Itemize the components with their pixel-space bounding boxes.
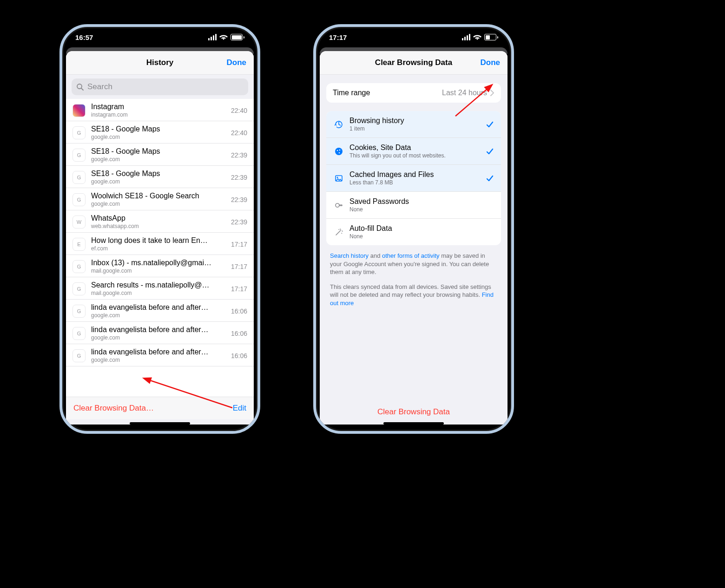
history-title: Inbox (13) - ms.nataliepolly@gmai… (91, 259, 225, 267)
history-time: 22:39 (231, 196, 247, 203)
history-time: 16:06 (231, 330, 247, 337)
cookie-icon (333, 147, 345, 156)
clear-browsing-data-button[interactable]: Clear Browsing Data (320, 399, 508, 419)
history-domain: mail.google.com (91, 290, 225, 296)
option-sub: None (349, 206, 409, 213)
edit-button[interactable]: Edit (233, 404, 246, 413)
nav-title: History (146, 58, 174, 67)
history-domain: web.whatsapp.com (91, 223, 225, 229)
other-activity-link[interactable]: other forms of activity (382, 252, 440, 259)
instagram-icon (72, 104, 86, 117)
site-letter-icon: G (72, 171, 86, 184)
option-title: Cached Images and Files (349, 170, 434, 179)
status-bar: 16:57 (62, 27, 257, 47)
history-time: 17:17 (231, 285, 247, 293)
done-button[interactable]: Done (227, 58, 247, 67)
status-time: 17:17 (329, 33, 347, 41)
history-domain: mail.google.com (91, 268, 225, 274)
history-row[interactable]: Glinda evangelista before and after…goog… (66, 322, 254, 344)
history-title: SE18 - Google Maps (91, 170, 225, 178)
history-row[interactable]: GSE18 - Google Mapsgoogle.com22:40 (66, 121, 254, 144)
history-domain: google.com (91, 334, 225, 341)
data-type-cell[interactable]: Browsing history1 item (326, 111, 501, 138)
history-row[interactable]: Instagraminstagram.com22:40 (66, 99, 254, 121)
history-row[interactable]: Glinda evangelista before and after…goog… (66, 300, 254, 322)
history-time: 22:39 (231, 151, 247, 159)
history-time: 22:39 (231, 174, 247, 181)
option-sub: This will sign you out of most websites. (349, 152, 446, 159)
history-row[interactable]: GInbox (13) - ms.nataliepolly@gmai…mail.… (66, 255, 254, 277)
data-type-cell[interactable]: Cookies, Site DataThis will sign you out… (326, 138, 501, 165)
done-button[interactable]: Done (481, 58, 501, 67)
svg-point-9 (336, 203, 339, 207)
search-input[interactable]: Search (72, 78, 248, 95)
signal-icon (208, 34, 217, 40)
history-row[interactable]: GSearch results - ms.nataliepolly@…mail.… (66, 277, 254, 300)
site-letter-icon: G (72, 282, 86, 295)
history-row[interactable]: WWhatsAppweb.whatsapp.com22:39 (66, 210, 254, 233)
battery-icon (484, 34, 498, 40)
checkmark-icon (485, 174, 494, 183)
svg-point-3 (335, 148, 343, 155)
home-indicator[interactable] (130, 422, 190, 425)
option-sub: 1 item (349, 125, 404, 132)
history-domain: google.com (91, 312, 225, 319)
time-range-label: Time range (333, 89, 370, 97)
option-sub: None (349, 233, 392, 240)
history-title: SE18 - Google Maps (91, 125, 225, 133)
data-type-cell[interactable]: Cached Images and FilesLess than 7.8 MB (326, 165, 501, 192)
history-sheet: History Done Search Instagraminstagram.c… (66, 51, 254, 425)
history-title: linda evangelista before and after… (91, 303, 225, 312)
option-title: Browsing history (349, 117, 404, 125)
search-history-link[interactable]: Search history (330, 252, 369, 259)
history-list[interactable]: Instagraminstagram.com22:40GSE18 - Googl… (66, 99, 254, 397)
history-title: Woolwich SE18 - Google Search (91, 192, 225, 200)
scroll-body[interactable]: Time range Last 24 hours Browsing histor… (320, 75, 508, 399)
data-type-cell[interactable]: Saved PasswordsNone (326, 192, 501, 219)
time-range-value: Last 24 hours (442, 89, 487, 97)
history-domain: google.com (91, 178, 225, 185)
history-time: 22:40 (231, 129, 247, 137)
battery-icon (231, 34, 244, 40)
history-domain: google.com (91, 357, 225, 363)
history-icon (333, 120, 345, 129)
checkmark-icon (485, 120, 494, 129)
history-row[interactable]: GSE18 - Google Mapsgoogle.com22:39 (66, 144, 254, 166)
history-row[interactable]: EHow long does it take to learn En…ef.co… (66, 233, 254, 255)
wifi-icon (473, 34, 481, 40)
svg-point-8 (337, 176, 338, 178)
site-letter-icon: G (72, 193, 86, 206)
history-title: Search results - ms.nataliepolly@… (91, 281, 225, 289)
phone-clear-data: 17:17 Clear Browsing Data Done Time rang… (313, 24, 514, 434)
history-time: 16:06 (231, 352, 247, 359)
status-time: 16:57 (75, 33, 93, 41)
history-time: 17:17 (231, 241, 247, 248)
history-domain: google.com (91, 201, 225, 207)
option-sub: Less than 7.8 MB (349, 179, 434, 186)
key-icon (333, 201, 345, 210)
home-indicator[interactable] (383, 422, 444, 425)
history-title: WhatsApp (91, 214, 225, 222)
history-row[interactable]: GWoolwich SE18 - Google Searchgoogle.com… (66, 188, 254, 210)
clear-browsing-data-button[interactable]: Clear Browsing Data… (73, 404, 154, 413)
history-time: 17:17 (231, 263, 247, 270)
image-icon (333, 174, 345, 183)
svg-line-1 (81, 88, 83, 90)
history-title: Instagram (91, 103, 225, 111)
chevron-right-icon (490, 90, 494, 96)
site-letter-icon: G (72, 149, 86, 162)
data-type-cell[interactable]: Auto-fill DataNone (326, 219, 501, 245)
history-row[interactable]: GSE18 - Google Mapsgoogle.com22:39 (66, 166, 254, 188)
data-types-card: Browsing history1 itemCookies, Site Data… (326, 111, 501, 245)
history-domain: google.com (91, 156, 225, 163)
history-row[interactable]: Glinda evangelista before and after…goog… (66, 344, 254, 366)
history-time: 22:40 (231, 107, 247, 114)
option-title: Cookies, Site Data (349, 144, 446, 152)
site-letter-icon: G (72, 126, 86, 139)
wand-icon (333, 228, 345, 237)
time-range-cell[interactable]: Time range Last 24 hours (326, 83, 501, 103)
navbar: Clear Browsing Data Done (320, 51, 508, 75)
history-domain: google.com (91, 134, 225, 140)
clear-data-sheet: Clear Browsing Data Done Time range Last… (320, 51, 508, 425)
signal-icon (462, 34, 470, 40)
